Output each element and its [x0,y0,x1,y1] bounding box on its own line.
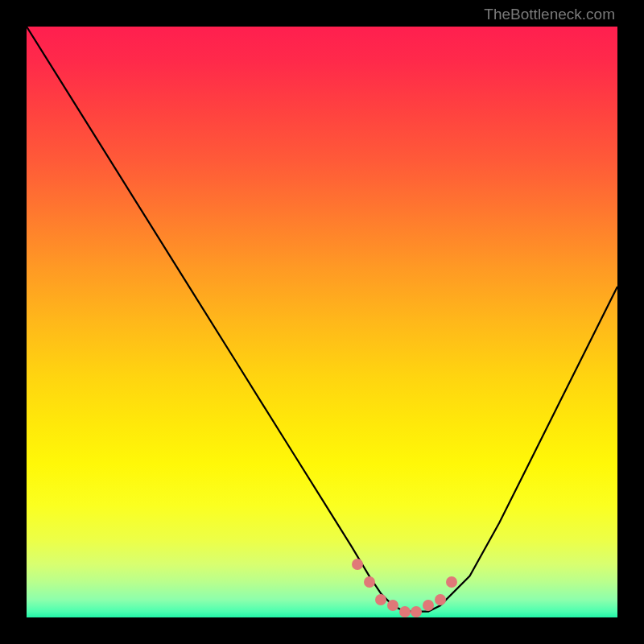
source-attribution: TheBottleneck.com [484,6,615,23]
chart-frame: TheBottleneck.com [0,0,644,644]
plot-area [27,27,617,617]
bottleneck-curve [27,27,617,612]
curve-layer [27,27,617,617]
